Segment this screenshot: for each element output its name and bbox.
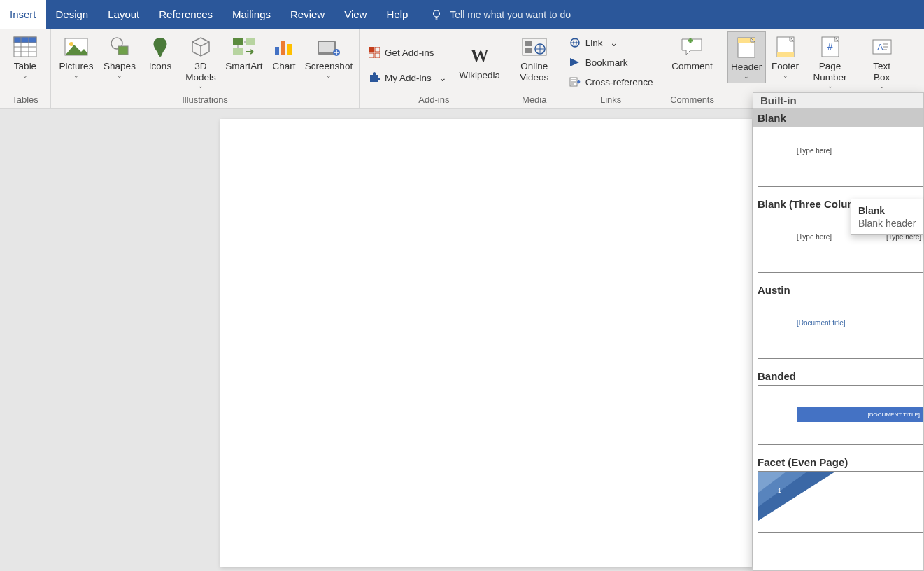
svg-rect-16 — [287, 44, 292, 55]
svg-text:#: # — [827, 41, 833, 52]
svg-point-0 — [434, 10, 440, 17]
online-videos-button[interactable]: Online Videos — [513, 31, 555, 85]
placeholder-text: [Type here] — [797, 147, 832, 155]
tab-design[interactable]: Design — [46, 0, 99, 29]
tab-strip: Insert Design Layout References Mailings… — [0, 0, 924, 29]
gallery-item-blank[interactable]: Blank — [753, 108, 923, 127]
cross-reference-label: Cross-reference — [585, 77, 653, 87]
comment-label: Comment — [671, 61, 713, 72]
header-label: Header — [731, 62, 762, 73]
header-gallery: Built-in Blank [Type here] Blank (Three … — [753, 92, 924, 571]
cube-icon — [187, 34, 215, 59]
get-addins-label: Get Add-ins — [385, 48, 434, 58]
svg-rect-15 — [281, 41, 285, 55]
table-label: Table — [14, 61, 36, 72]
header-icon — [732, 35, 760, 60]
header-button[interactable]: Header⌄ — [727, 31, 766, 83]
tab-review[interactable]: Review — [280, 0, 334, 29]
footer-button[interactable]: Footer⌄ — [767, 31, 804, 82]
shapes-icon — [106, 34, 134, 59]
group-addins: Get Add-ins My Add-ins ⌄ W Wikipedia Add… — [360, 29, 509, 108]
svg-rect-11 — [233, 38, 243, 45]
text-box-icon: A — [868, 34, 896, 59]
page-number-label: Page Number — [805, 61, 855, 83]
puzzle-icon — [368, 71, 381, 84]
caret-icon: ⌄ — [22, 72, 28, 79]
my-addins-button[interactable]: My Add-ins ⌄ — [364, 68, 451, 87]
svg-rect-10 — [118, 46, 128, 55]
my-addins-label: My Add-ins — [385, 73, 432, 83]
svg-rect-21 — [375, 47, 380, 52]
group-tables: Table ⌄ Tables — [0, 29, 51, 108]
link-label: Link — [585, 38, 603, 48]
icons-button[interactable]: Icons — [142, 31, 178, 75]
preview-blank[interactable]: [Type here] — [758, 127, 923, 187]
preview-austin[interactable]: [Document title] — [758, 299, 923, 359]
link-button[interactable]: Link ⌄ — [564, 33, 623, 52]
gallery-item-austin[interactable]: Austin — [753, 280, 923, 299]
group-media-label: Media — [513, 93, 555, 107]
chart-label: Chart — [272, 61, 295, 72]
cross-reference-button[interactable]: Cross-reference — [564, 72, 658, 92]
screenshot-button[interactable]: Screenshot⌄ — [303, 31, 355, 82]
svg-point-8 — [69, 42, 73, 46]
svg-rect-14 — [275, 47, 279, 55]
tell-me-search[interactable]: Tell me what you want to do — [450, 9, 571, 20]
gallery-item-facet-even[interactable]: Facet (Even Page) — [753, 452, 923, 471]
table-icon — [11, 34, 39, 59]
bookmark-icon — [569, 56, 581, 69]
svg-rect-2 — [14, 37, 36, 43]
svg-rect-22 — [369, 53, 374, 58]
group-illustrations: Pictures⌄ Shapes⌄ Icons 3D Models⌄ Smart… — [51, 29, 360, 108]
document-page[interactable] — [220, 119, 752, 567]
group-comments-label: Comments — [667, 93, 718, 107]
preview-banded[interactable]: [DOCUMENT TITLE] — [758, 385, 923, 445]
wikipedia-button[interactable]: W Wikipedia — [455, 41, 504, 84]
smartart-button[interactable]: SmartArt — [223, 31, 265, 75]
wikipedia-label: Wikipedia — [460, 70, 501, 81]
tab-insert[interactable]: Insert — [0, 0, 46, 29]
group-media: Online Videos Media — [509, 29, 560, 108]
text-box-label: Text Box — [865, 61, 900, 83]
get-addins-button[interactable]: Get Add-ins — [364, 43, 451, 62]
tab-help[interactable]: Help — [376, 0, 418, 29]
table-button[interactable]: Table ⌄ — [4, 31, 46, 82]
3d-models-button[interactable]: 3D Models⌄ — [180, 31, 222, 92]
icons-icon — [146, 34, 174, 59]
tab-references[interactable]: References — [149, 0, 222, 29]
pictures-icon — [62, 34, 90, 59]
svg-rect-26 — [525, 48, 532, 53]
pictures-button[interactable]: Pictures⌄ — [55, 31, 97, 82]
lightbulb-icon — [430, 8, 443, 21]
page-number-button[interactable]: # Page Number⌄ — [805, 31, 855, 92]
bookmark-button[interactable]: Bookmark — [564, 52, 632, 72]
svg-rect-13 — [233, 48, 243, 55]
tab-layout[interactable]: Layout — [98, 0, 149, 29]
placeholder-text: [DOCUMENT TITLE] — [868, 411, 920, 418]
tab-view[interactable]: View — [334, 0, 376, 29]
preview-facet[interactable]: 1 — [758, 471, 923, 533]
video-icon — [520, 34, 548, 59]
group-tables-label: Tables — [4, 93, 46, 107]
chart-button[interactable]: Chart — [266, 31, 301, 75]
svg-rect-23 — [375, 53, 380, 58]
tooltip-title: Blank — [858, 205, 916, 216]
bookmark-label: Bookmark — [585, 57, 628, 68]
svg-rect-25 — [525, 41, 532, 46]
text-cursor — [301, 210, 301, 225]
text-box-button[interactable]: A Text Box⌄ — [865, 31, 900, 92]
comment-button[interactable]: Comment — [667, 31, 718, 75]
group-addins-label: Add-ins — [364, 93, 504, 107]
shapes-button[interactable]: Shapes⌄ — [99, 31, 141, 82]
tab-mailings[interactable]: Mailings — [222, 0, 280, 29]
svg-rect-20 — [369, 47, 374, 52]
gallery-item-banded[interactable]: Banded — [753, 366, 923, 385]
smartart-label: SmartArt — [225, 61, 262, 72]
pictures-label: Pictures — [59, 61, 94, 72]
placeholder-text: [Document title] — [797, 319, 845, 327]
group-comments: Comment Comments — [662, 29, 723, 108]
3d-models-label: 3D Models — [180, 61, 222, 83]
online-videos-label: Online Videos — [513, 61, 555, 83]
cross-reference-icon — [569, 76, 581, 88]
facet-shape-icon — [758, 472, 835, 521]
